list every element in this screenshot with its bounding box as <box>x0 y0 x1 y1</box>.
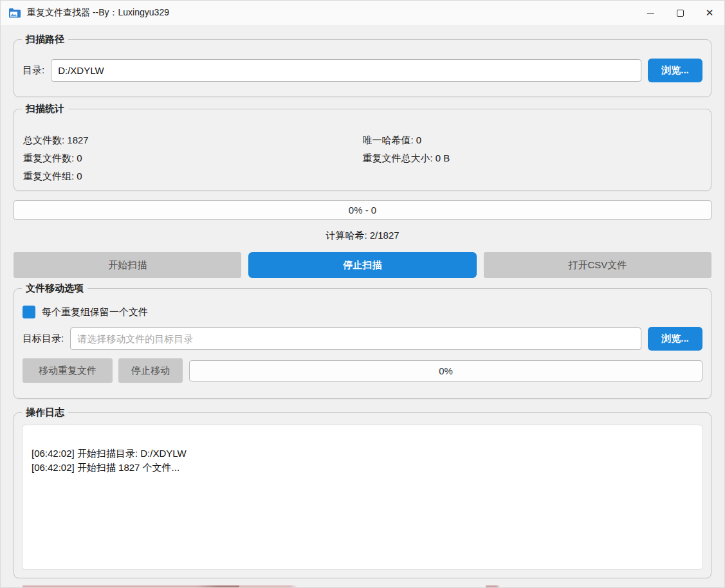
duplicate-size-stat: 重复文件总大小: 0 B <box>363 149 702 167</box>
app-window: 重复文件查找器 --By：Luxingyu329 ✕ 扫描路径 目录: 浏览..… <box>0 0 725 588</box>
minimize-icon <box>647 13 654 14</box>
unique-hashes-stat: 唯一哈希值: 0 <box>363 131 702 149</box>
close-icon: ✕ <box>706 7 714 19</box>
scan-path-group-title: 扫描路径 <box>22 33 68 46</box>
stats-left-column: 总文件数: 1827 重复文件数: 0 重复文件组: 0 <box>23 131 363 185</box>
scan-progress-text: 0% - 0 <box>349 205 376 216</box>
scan-progress-bar: 0% - 0 <box>14 200 711 220</box>
maximize-icon <box>677 10 684 17</box>
duplicate-groups-value: 0 <box>77 170 82 181</box>
start-scan-button[interactable]: 开始扫描 <box>14 252 241 278</box>
browse-directory-button[interactable]: 浏览... <box>648 59 702 82</box>
duplicate-size-value: 0 B <box>436 152 450 163</box>
duplicate-files-stat: 重复文件数: 0 <box>23 149 363 167</box>
action-button-row: 开始扫描 停止扫描 打开CSV文件 <box>14 252 711 278</box>
minimize-button[interactable] <box>636 1 665 25</box>
directory-label: 目录: <box>23 64 44 77</box>
unique-hashes-value: 0 <box>416 134 421 145</box>
scan-path-group: 扫描路径 目录: 浏览... <box>14 39 711 97</box>
main-content: 扫描路径 目录: 浏览... 扫描统计 总文件数: 1827 重复文件数: 0 <box>1 25 724 587</box>
log-entry: [06:42:02] 开始扫描目录: D:/XDYLW <box>32 446 693 461</box>
scan-stats-group: 扫描统计 总文件数: 1827 重复文件数: 0 重复文件组: 0 唯一哈希值: <box>14 109 711 191</box>
move-progress-bar: 0% <box>189 360 702 381</box>
directory-input[interactable] <box>51 59 641 82</box>
move-duplicates-button[interactable]: 移动重复文件 <box>23 358 113 383</box>
move-progress-text: 0% <box>439 365 453 376</box>
screen-edge-artifact <box>1 585 724 587</box>
stop-move-button[interactable]: 停止移动 <box>118 358 183 383</box>
hash-status-text: 计算哈希: 2/1827 <box>14 230 711 242</box>
scan-stats-group-title: 扫描统计 <box>22 102 68 115</box>
stop-scan-button[interactable]: 停止扫描 <box>248 252 476 278</box>
move-options-group-title: 文件移动选项 <box>22 282 87 295</box>
log-group: 操作日志 [06:42:02] 开始扫描目录: D:/XDYLW [06:42:… <box>14 412 711 578</box>
browse-target-button[interactable]: 浏览... <box>648 327 702 351</box>
open-csv-button[interactable]: 打开CSV文件 <box>484 252 711 278</box>
stats-right-column: 唯一哈希值: 0 重复文件总大小: 0 B <box>363 131 702 185</box>
duplicate-groups-stat: 重复文件组: 0 <box>23 167 363 185</box>
total-files-stat: 总文件数: 1827 <box>23 131 363 149</box>
maximize-button[interactable] <box>665 1 695 25</box>
window-title: 重复文件查找器 --By：Luxingyu329 <box>27 7 169 19</box>
keep-one-checkbox[interactable] <box>23 306 35 318</box>
log-group-title: 操作日志 <box>22 406 68 419</box>
app-folder-icon <box>8 8 21 19</box>
log-entry: [06:42:02] 开始扫描 1827 个文件... <box>32 461 693 475</box>
move-options-group: 文件移动选项 每个重复组保留一个文件 目标目录: 浏览... 移动重复文件 停止… <box>14 288 711 399</box>
target-directory-input[interactable] <box>70 327 641 350</box>
total-files-value: 1827 <box>67 134 88 145</box>
keep-one-checkbox-label: 每个重复组保留一个文件 <box>42 306 148 318</box>
close-button[interactable]: ✕ <box>695 1 724 25</box>
window-controls: ✕ <box>636 1 724 25</box>
title-bar[interactable]: 重复文件查找器 --By：Luxingyu329 ✕ <box>1 1 724 25</box>
target-directory-label: 目标目录: <box>23 333 64 345</box>
duplicate-files-value: 0 <box>77 152 82 163</box>
log-text-area[interactable]: [06:42:02] 开始扫描目录: D:/XDYLW [06:42:02] 开… <box>22 425 703 570</box>
